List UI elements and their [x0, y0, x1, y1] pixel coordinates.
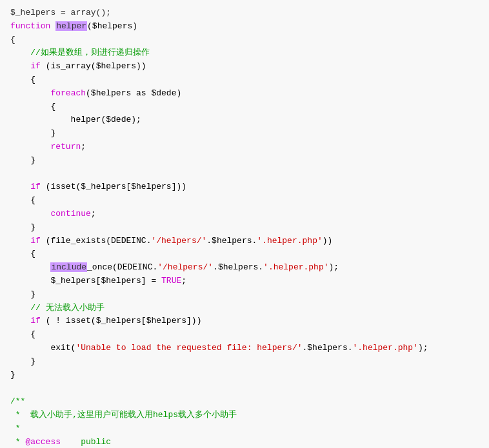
code-line: $_helpers[$helpers] = TRUE;	[10, 275, 479, 288]
code-line	[10, 168, 479, 181]
code-line: }	[10, 288, 479, 302]
code-line: if (isset($_helpers[$helpers]))	[10, 180, 479, 194]
code-line: * @access public	[10, 436, 479, 449]
code-line: // 无法载入小助手	[10, 302, 479, 315]
code-line: if ( ! isset($_helpers[$helpers]))	[10, 315, 479, 328]
code-line: function helper($helpers)	[10, 20, 479, 34]
code-line: {	[10, 328, 479, 342]
code-line: foreach($helpers as $dede)	[10, 87, 479, 101]
code-line: }	[10, 369, 479, 382]
code-line: }	[10, 154, 479, 168]
code-line: {	[10, 34, 479, 47]
code-line: {	[10, 101, 479, 114]
code-line: if (file_exists(DEDEINC.'/helpers/'.$hel…	[10, 235, 479, 248]
code-line	[10, 382, 479, 395]
code-line: helper($dede);	[10, 113, 479, 127]
code-line: *	[10, 422, 479, 436]
code-line: continue;	[10, 208, 479, 221]
code-line: //如果是数组，则进行递归操作	[10, 46, 479, 60]
code-line: include_once(DEDEINC.'/helpers/'.$helper…	[10, 261, 479, 275]
code-line: * 载入小助手,这里用户可能载入用helps载入多个小助手	[10, 409, 479, 422]
code-line: return;	[10, 141, 479, 154]
code-line: {	[10, 73, 479, 87]
code-line: if (is_array($helpers))	[10, 60, 479, 73]
code-line: }	[10, 355, 479, 369]
code-line: }	[10, 221, 479, 235]
code-line: $_helpers = array();	[10, 6, 479, 20]
code-line: exit('Unable to load the requested file:…	[10, 342, 479, 355]
code-line: }	[10, 127, 479, 141]
code-line: {	[10, 194, 479, 208]
code-container: $_helpers = array(); function helper($he…	[0, 0, 489, 448]
code-line: /**	[10, 395, 479, 409]
code-line: {	[10, 248, 479, 261]
